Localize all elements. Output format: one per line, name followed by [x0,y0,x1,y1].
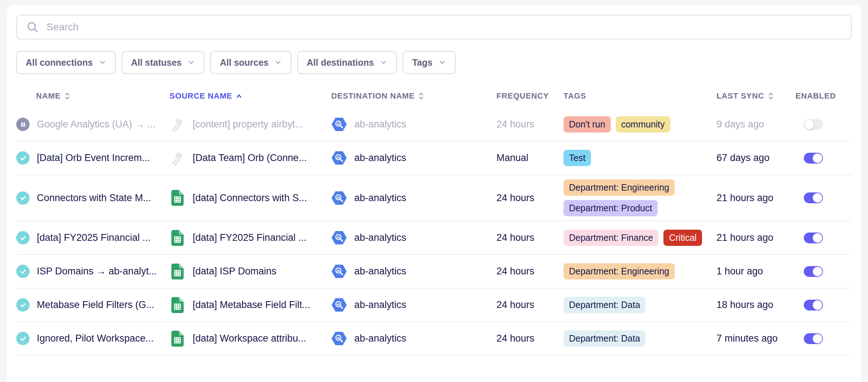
destination-name: ab-analytics [354,119,406,130]
tag-pill: Don't run [564,116,611,133]
column-header-destination[interactable]: DESTINATION NAME [331,91,496,101]
tags-cell: Test [564,150,716,166]
toggle-knob [813,300,822,310]
tags-cell: Department: Data [564,297,716,313]
toggle-knob [813,233,822,243]
column-header-tags: TAGS [564,91,716,101]
connection-name[interactable]: Connectors with State M... [37,192,151,204]
enabled-toggle[interactable] [804,119,823,130]
check-status-icon [16,231,30,244]
enabled-toggle[interactable] [804,233,823,243]
column-header-name[interactable]: NAME [16,91,170,101]
sort-icon [64,92,70,100]
connection-name[interactable]: Metabase Field Filters (G... [37,299,154,311]
tags-cell: Department: FinanceCritical [564,230,716,246]
source-name: [content] property airbyt... [193,119,303,130]
column-label: DESTINATION NAME [331,91,415,101]
connection-name[interactable]: ISP Domains → ab-analyt... [37,266,157,277]
table-row[interactable]: Ignored, Pilot Workspace... [data] Works… [16,322,852,356]
filter-bar: All connectionsAll statusesAll sourcesAl… [16,51,852,74]
source-name: [data] Workspace attribu... [193,333,306,344]
last-sync-value: 1 hour ago [716,266,763,277]
last-sync-value: 18 hours ago [716,299,773,311]
toggle-knob [813,193,822,203]
connection-name[interactable]: Ignored, Pilot Workspace... [37,333,154,344]
column-label: NAME [36,91,61,101]
source-name: [data] ISP Domains [193,266,276,277]
bigquery-icon [331,230,347,246]
bigquery-icon [331,264,347,279]
tag-pill: Critical [663,230,702,246]
connection-name[interactable]: Google Analytics (UA) → ... [37,119,155,130]
last-sync-value: 67 days ago [716,152,770,164]
destination-name: ab-analytics [354,299,406,311]
google-sheets-icon [170,264,185,279]
check-status-icon [16,298,30,312]
source-name: [data] FY2025 Financial ... [193,232,306,243]
enabled-toggle[interactable] [804,300,823,311]
filter-connections[interactable]: All connections [16,51,116,74]
column-header-last_sync[interactable]: LAST SYNC [716,91,795,101]
sort-icon [418,92,424,100]
source-name: [data] Metabase Field Filt... [193,299,310,311]
table-row[interactable]: [Data] Orb Event Increm... [Data Team] O… [16,142,852,175]
table-header: NAMESOURCE NAMEDESTINATION NAMEFREQUENCY… [16,84,852,108]
bigquery-icon [331,331,347,347]
google-sheets-icon [170,331,185,347]
chevron-down-icon [274,58,282,66]
google-sheets-icon [170,190,185,206]
enabled-toggle[interactable] [804,153,823,164]
connection-name[interactable]: [data] FY2025 Financial ... [37,232,150,243]
table-row[interactable]: Connectors with State M... [data] Connec… [16,175,852,221]
filter-label: All destinations [307,57,374,68]
connection-name[interactable]: [Data] Orb Event Increm... [37,152,150,164]
column-header-frequency: FREQUENCY [496,91,564,101]
chevron-down-icon [98,58,106,66]
table-row[interactable]: ISP Domains → ab-analyt... [data] ISP Do… [16,255,852,288]
google-sheets-icon [170,297,185,313]
column-header-enabled: ENABLED [795,91,852,101]
chevron-down-icon [380,58,387,66]
tags-cell: Department: EngineeringDepartment: Produ… [564,179,716,216]
filter-sources[interactable]: All sources [210,51,291,74]
tag-pill: Department: Engineering [564,179,675,196]
chevron-down-icon [438,58,446,66]
column-label: LAST SYNC [716,91,764,101]
bigquery-icon [331,117,347,133]
source-name: [Data Team] Orb (Conne... [193,152,307,164]
tag-pill: Department: Engineering [564,263,675,279]
table-row[interactable]: Metabase Field Filters (G... [data] Meta… [16,288,852,322]
check-status-icon [16,332,30,345]
enabled-toggle[interactable] [804,266,823,277]
filter-tags[interactable]: Tags [403,51,456,74]
filter-statuses[interactable]: All statuses [122,51,205,74]
orb-icon [170,117,185,133]
table-row[interactable]: [data] FY2025 Financial ... [data] FY202… [16,221,852,255]
frequency-value: 24 hours [496,192,534,204]
column-header-source[interactable]: SOURCE NAME [170,91,331,101]
destination-name: ab-analytics [354,192,406,204]
enabled-toggle[interactable] [804,192,823,203]
bigquery-icon [331,297,347,313]
last-sync-value: 9 days ago [716,119,764,130]
bigquery-icon [331,150,347,166]
search-input[interactable] [47,21,842,33]
check-status-icon [16,265,30,278]
check-status-icon [16,191,30,205]
filter-label: All connections [26,57,93,68]
table-row[interactable]: Google Analytics (UA) → ... [content] pr… [16,108,852,142]
filter-destinations[interactable]: All destinations [297,51,397,74]
toggle-knob [813,267,822,276]
tags-cell: Don't runcommunity [564,116,716,133]
check-status-icon [16,151,30,165]
destination-name: ab-analytics [354,232,406,243]
search-box [16,15,852,39]
filter-label: All statuses [131,57,181,68]
tag-pill: Department: Finance [564,230,658,246]
connections-panel: All connectionsAll statusesAll sourcesAl… [7,5,861,382]
filter-label: Tags [412,57,433,68]
column-label: FREQUENCY [496,91,549,101]
destination-name: ab-analytics [354,333,406,344]
enabled-toggle[interactable] [804,333,823,344]
toggle-knob [813,153,822,163]
